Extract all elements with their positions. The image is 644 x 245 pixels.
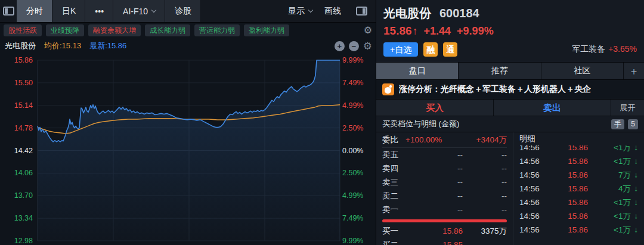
ask-amount: -- xyxy=(463,150,507,159)
toolbar-tab-诊股[interactable]: 诊股 xyxy=(165,0,201,22)
margin-badge[interactable]: 融 xyxy=(423,42,438,57)
detail-amount: <1万 xyxy=(588,197,631,208)
detail-row[interactable]: 14:5615.86<1万↓ xyxy=(519,145,638,154)
timeshare-chart[interactable]: 15.8615.5015.1414.7814.4214.0613.7013.34… xyxy=(0,54,376,245)
left-panel-icon xyxy=(3,7,14,15)
right-panel-toggle-button[interactable] xyxy=(353,7,370,15)
detail-row[interactable]: 14:5615.86<1万↓ xyxy=(519,223,638,237)
zoom-in-icon[interactable]: + xyxy=(335,41,345,51)
toolbar-right-显示[interactable]: 显示 xyxy=(288,6,312,17)
add-watchlist-button[interactable]: +自选 xyxy=(383,42,418,57)
sell-arrow-icon: ↓ xyxy=(631,170,638,179)
order-book: 委比 +100.00% +3404万 卖五----卖四----卖三----卖二-… xyxy=(376,132,513,245)
limit-analysis-text: 涨停分析：光纤概念＋军工装备＋人形机器人＋央企 xyxy=(399,84,591,95)
ask-row-卖一[interactable]: 卖一---- xyxy=(382,203,507,216)
right-axis-label: 0.00% xyxy=(342,146,363,156)
ask-row-卖三[interactable]: 卖三---- xyxy=(382,175,507,189)
toolbar-tabs: 分时日K•••AI-F10诊股 xyxy=(17,0,201,22)
stock-tag-融资余额大增[interactable]: 融资余额大增 xyxy=(88,24,141,36)
stock-tag-营运能力弱[interactable]: 营运能力弱 xyxy=(194,24,240,36)
detail-row[interactable]: 14:5615.86<1万↓ xyxy=(519,196,638,209)
panel-tabs: 盘口推荐社区＋ xyxy=(376,62,644,80)
unit-lots-badge[interactable]: 手 xyxy=(611,119,624,129)
panel-tab-推荐[interactable]: 推荐 xyxy=(459,63,541,79)
stock-tag-盈利能力弱[interactable]: 盈利能力弱 xyxy=(244,24,289,36)
toolbar-tab-AI-F10[interactable]: AI-F10 xyxy=(113,0,165,22)
chevron-down-icon xyxy=(151,7,156,12)
detail-amount: 4万 xyxy=(588,184,631,194)
detail-amount: <1万 xyxy=(588,145,631,153)
ask-label: 卖三 xyxy=(382,177,408,188)
panel-tab-社区[interactable]: 社区 xyxy=(541,63,624,79)
detail-row[interactable]: 14:5615.867万↓ xyxy=(519,168,638,182)
sell-arrow-icon: ↓ xyxy=(631,157,638,166)
right-axis-label: 7.49% xyxy=(342,78,363,88)
panel-tab-盘口[interactable]: 盘口 xyxy=(376,63,459,79)
expand-button[interactable]: 展开 xyxy=(611,100,644,116)
weibi-row: 委比 +100.00% +3404万 xyxy=(382,132,507,148)
toolbar-tab-分时[interactable]: 分时 xyxy=(17,0,52,22)
toolbar-tab-label: AI-F10 xyxy=(123,7,148,16)
ask-price: -- xyxy=(408,178,463,187)
add-tab-button[interactable]: ＋ xyxy=(624,63,644,79)
toolbar-right-画线[interactable]: 画线 xyxy=(324,6,341,17)
buy-button[interactable]: 买入 xyxy=(376,100,494,116)
toolbar-tab-日K[interactable]: 日K xyxy=(52,0,85,22)
stock-tags: 股性活跃业绩预降融资余额大增成长能力弱营运能力弱盈利能力弱 xyxy=(4,24,289,36)
ask-row-卖五[interactable]: 卖五---- xyxy=(382,148,507,162)
ask-row-卖四[interactable]: 卖四---- xyxy=(382,162,507,175)
chart-section: 分时日K•••AI-F10诊股 显示画线 股性活跃业绩预降融资余额大增成长能力弱… xyxy=(0,0,376,245)
detail-row[interactable]: 14:5615.864万↓ xyxy=(519,182,638,196)
detail-time: 14:56 xyxy=(519,198,547,207)
left-axis-label: 13.34 xyxy=(0,213,33,223)
detail-time: 14:56 xyxy=(519,145,547,152)
bid-two-label: 买二 xyxy=(382,240,408,245)
detail-row[interactable]: 14:5615.86<1万↓ xyxy=(519,209,638,223)
level-count-badge[interactable]: 5 xyxy=(628,119,638,129)
sell-button[interactable]: 卖出 xyxy=(494,100,611,116)
bid-two-row-partial[interactable]: 买二 15.85 -- xyxy=(382,238,507,245)
buy-strength-bar xyxy=(382,219,507,222)
ask-label: 卖五 xyxy=(382,150,408,160)
ask-row-卖二[interactable]: 卖二---- xyxy=(382,189,507,203)
toolbar-right-label: 画线 xyxy=(324,6,341,17)
chart-header: 光电股份 均价:15.13 最新:15.86 + − ⚙ xyxy=(0,38,376,54)
left-axis-label: 14.78 xyxy=(0,123,33,133)
detail-amount: <1万 xyxy=(588,211,631,222)
zoom-out-icon[interactable]: − xyxy=(349,41,359,51)
order-book-wrap: 委比 +100.00% +3404万 卖五----卖四----卖三----卖二-… xyxy=(376,132,644,245)
stock-code: 600184 xyxy=(439,7,479,20)
detail-time: 14:56 xyxy=(519,184,547,193)
weibi-amount: +3404万 xyxy=(476,135,507,145)
chart-last-price: 最新:15.86 xyxy=(89,41,126,51)
bid-one-row[interactable]: 买一 15.86 3375万 xyxy=(382,224,507,238)
detail-row[interactable]: 14:5615.86<1万↓ xyxy=(519,154,638,168)
toolbar-tab-•••[interactable]: ••• xyxy=(85,0,113,22)
stock-tag-业绩预降[interactable]: 业绩预降 xyxy=(46,24,84,36)
sector-link[interactable]: 军工装备+3.65% xyxy=(572,44,637,55)
limit-up-analysis-row[interactable]: 涨停分析：光纤概念＋军工装备＋人形机器人＋央企 xyxy=(376,80,644,100)
sell-arrow-icon: ↓ xyxy=(631,198,638,207)
quote-header: 光电股份600184 15.86 ↑ +1.44 +9.99% +自选 融 通 … xyxy=(376,0,644,57)
left-panel-toggle-button[interactable] xyxy=(0,0,17,22)
up-arrow-icon: ↑ xyxy=(413,25,418,38)
ask-label: 卖四 xyxy=(382,163,408,174)
price-change-pct: +9.99% xyxy=(457,25,494,38)
right-axis-label: 9.99% xyxy=(342,236,363,245)
price-change: +1.44 xyxy=(424,25,451,38)
detail-title: 明细 xyxy=(519,132,638,145)
ask-price: -- xyxy=(408,191,463,200)
stock-tag-股性活跃[interactable]: 股性活跃 xyxy=(4,24,42,36)
connect-badge[interactable]: 通 xyxy=(443,42,457,57)
left-axis-label: 14.06 xyxy=(0,168,33,178)
detail-time: 14:56 xyxy=(519,212,547,221)
tags-gear-icon[interactable]: ⚙ xyxy=(364,26,372,35)
chart-settings-gear-icon[interactable]: ⚙ xyxy=(363,41,372,51)
sell-arrow-icon: ↓ xyxy=(631,225,638,234)
limit-up-icon xyxy=(382,83,394,95)
stock-tag-成长能力弱[interactable]: 成长能力弱 xyxy=(145,24,190,36)
right-axis-label: 7.49% xyxy=(342,213,363,223)
limit-analysis-content: 光纤概念＋军工装备＋人形机器人＋央企 xyxy=(441,84,591,94)
right-axis-label: 2.50% xyxy=(342,123,363,133)
detail-amount: <1万 xyxy=(588,225,631,235)
